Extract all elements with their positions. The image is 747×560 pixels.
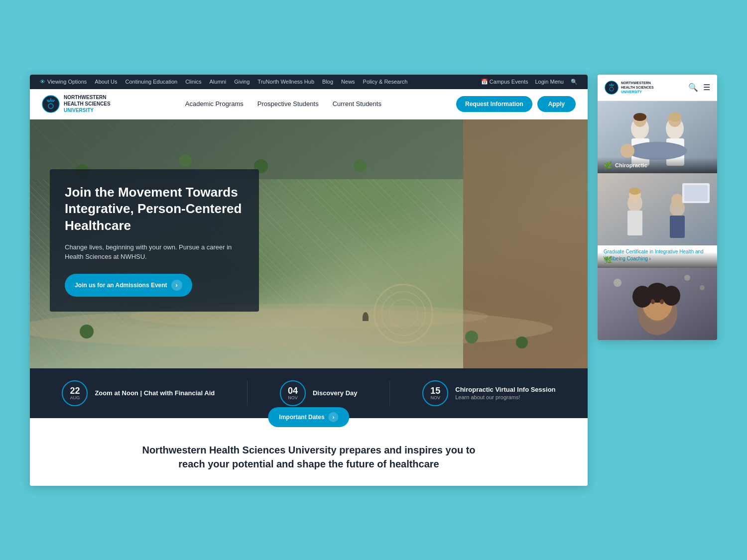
news-link[interactable]: News <box>341 79 355 85</box>
svg-point-19 <box>668 112 681 122</box>
svg-point-27 <box>629 188 641 195</box>
top-nav-right: 📅 Campus Events Login Menu 🔍 <box>481 79 578 85</box>
coaching-card[interactable]: 🌿 Graduate Certificate in Integrative He… <box>598 173 717 268</box>
event-date-badge-2: 04 NOV <box>280 380 306 406</box>
mobile-search-icon: 🔍 <box>688 83 698 92</box>
svg-point-21 <box>621 144 634 158</box>
third-card-image <box>598 268 717 340</box>
alumni-link[interactable]: Alumni <box>210 79 227 85</box>
request-information-button[interactable]: Request Information <box>456 96 532 112</box>
coaching-illustration <box>598 173 717 245</box>
main-header: NW NORTHWESTERN HEALTH SCIENCES UNIVERSI… <box>30 89 588 119</box>
blog-link[interactable]: Blog <box>322 79 333 85</box>
mobile-logo-text: NORTHWESTERN HEALTH SCIENCES UNIVERSITY <box>621 81 654 94</box>
mobile-header: NW NORTHWESTERN HEALTH SCIENCES UNIVERSI… <box>598 75 717 101</box>
chiropractic-card[interactable]: 🌿 Chiropractic <box>598 101 717 173</box>
coaching-card-label: 🌿 <box>598 252 717 268</box>
svg-rect-25 <box>627 211 642 235</box>
header-buttons: Request Information Apply <box>456 96 576 112</box>
third-card[interactable] <box>598 268 717 340</box>
svg-point-41 <box>614 279 622 287</box>
mobile-header-icons: 🔍 ☰ <box>688 83 710 92</box>
viewing-options-link[interactable]: 👁 Viewing Options <box>40 79 87 85</box>
hero-overlay: Join the Movement Towards Integrative, P… <box>50 169 259 312</box>
mobile-logo-icon: NW <box>605 80 619 96</box>
tree-icon: 🌿 <box>604 161 612 169</box>
event-item-2: 04 NOV Discovery Day <box>280 380 358 406</box>
svg-point-30 <box>671 194 683 207</box>
main-navigation: Academic Programs Prospective Students C… <box>185 100 381 108</box>
admissions-event-button[interactable]: Join us for an Admissions Event › <box>65 274 192 297</box>
hamburger-icon: ☰ <box>703 83 710 92</box>
mobile-search-button[interactable]: 🔍 <box>688 83 698 92</box>
arrow-icon: › <box>171 280 182 291</box>
eye-icon: 👁 <box>40 79 45 85</box>
mobile-menu-button[interactable]: ☰ <box>703 83 710 92</box>
university-logo-icon: NW <box>42 94 60 114</box>
policy-link[interactable]: Policy & Research <box>363 79 408 85</box>
search-icon: 🔍 <box>571 79 578 85</box>
clinics-link[interactable]: Clinics <box>185 79 201 85</box>
campus-events-link[interactable]: 📅 Campus Events <box>481 79 528 85</box>
calendar-icon: 📅 <box>481 79 488 85</box>
login-menu-link[interactable]: Login Menu <box>535 79 564 85</box>
search-link[interactable]: 🔍 <box>571 79 578 85</box>
main-site: 👁 Viewing Options About Us Continuing Ed… <box>30 75 588 486</box>
tree-icon-2: 🌿 <box>604 256 612 264</box>
event-info-1: Zoom at Noon | Chat with Financial Aid <box>95 389 215 397</box>
logo-text: NORTHWESTERN HEALTH SCIENCES UNIVERSITY <box>64 94 111 113</box>
events-bar: 22 AUG Zoom at Noon | Chat with Financia… <box>30 368 588 418</box>
svg-point-39 <box>651 299 655 304</box>
hero-title: Join the Movement Towards Integrative, P… <box>65 184 244 234</box>
event-info-3: Chiropractic Virtual Info Session Learn … <box>455 386 555 400</box>
event-info-2: Discovery Day <box>313 389 358 397</box>
svg-point-42 <box>684 275 690 281</box>
svg-rect-32 <box>684 185 708 201</box>
mobile-logo: NW NORTHWESTERN HEALTH SCIENCES UNIVERSI… <box>605 80 654 96</box>
academic-programs-nav[interactable]: Academic Programs <box>185 100 244 108</box>
event-divider-1 <box>247 381 248 406</box>
about-us-link[interactable]: About Us <box>95 79 117 85</box>
tagline-text: Northwestern Health Sciences University … <box>139 443 478 471</box>
hero-section: Join the Movement Towards Integrative, P… <box>30 119 588 368</box>
hero-subtitle: Change lives, beginning with your own. P… <box>65 242 244 262</box>
event-divider-2 <box>389 381 390 406</box>
event-date-badge-3: 15 NOV <box>422 380 448 406</box>
event-date-badge-1: 22 AUG <box>62 380 88 406</box>
svg-point-43 <box>700 285 705 290</box>
top-nav-bar: 👁 Viewing Options About Us Continuing Ed… <box>30 75 588 89</box>
side-panel: NW NORTHWESTERN HEALTH SCIENCES UNIVERSI… <box>598 75 717 340</box>
svg-point-40 <box>660 299 664 304</box>
apply-button[interactable]: Apply <box>537 96 576 112</box>
svg-point-38 <box>662 286 680 306</box>
important-dates-button[interactable]: Important Dates › <box>268 407 349 427</box>
coaching-card-image <box>598 173 717 245</box>
giving-link[interactable]: Giving <box>234 79 249 85</box>
logo-area: NW NORTHWESTERN HEALTH SCIENCES UNIVERSI… <box>42 94 111 114</box>
trunorth-link[interactable]: TruNorth Wellness Hub <box>257 79 314 85</box>
continuing-education-link[interactable]: Continuing Education <box>125 79 178 85</box>
prospective-students-nav[interactable]: Prospective Students <box>257 100 319 108</box>
tagline-section: Northwestern Health Sciences University … <box>30 418 588 486</box>
svg-rect-29 <box>670 216 685 238</box>
chiropractic-card-label: 🌿 Chiropractic <box>598 157 717 173</box>
arrow-circle-icon: › <box>329 412 339 422</box>
top-nav-left: 👁 Viewing Options About Us Continuing Ed… <box>40 79 407 85</box>
svg-point-15 <box>633 113 646 121</box>
third-illustration <box>598 268 717 340</box>
current-students-nav[interactable]: Current Students <box>333 100 381 108</box>
event-item-3: 15 NOV Chiropractic Virtual Info Session… <box>422 380 555 406</box>
event-item-1: 22 AUG Zoom at Noon | Chat with Financia… <box>62 380 215 406</box>
